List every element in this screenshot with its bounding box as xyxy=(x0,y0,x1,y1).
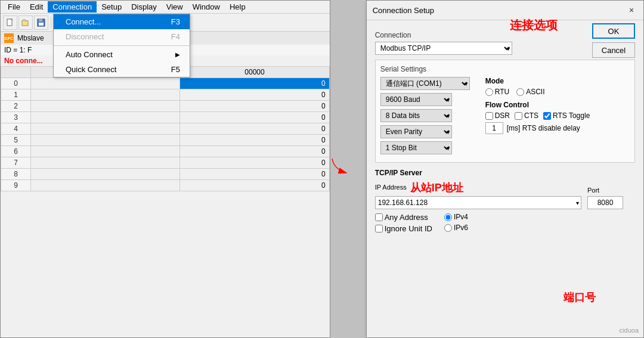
ascii-radio[interactable] xyxy=(516,88,524,96)
data-bits-select[interactable]: 8 Data bits 7 Data bits xyxy=(380,109,452,122)
connection-select[interactable]: Modbus TCP/IP Modbus RTU Modbus ASCII xyxy=(375,42,512,55)
table-row[interactable]: 50 xyxy=(1,135,330,146)
dialog-titlebar: Connection Setup × xyxy=(367,1,643,20)
row-value[interactable]: 0 xyxy=(180,123,329,135)
stop-bit-select[interactable]: 1 Stop Bit 2 Stop Bits xyxy=(380,141,452,154)
menu-file[interactable]: File xyxy=(3,1,25,13)
rtu-label: RTU xyxy=(495,88,509,96)
open-button[interactable] xyxy=(18,15,33,30)
row-value[interactable]: 0 xyxy=(180,135,329,146)
table-row[interactable]: 20 xyxy=(1,101,330,112)
svg-rect-1 xyxy=(22,21,28,26)
ip-port-row: IP Address 从站IP地址 ▾ Port xyxy=(375,181,635,209)
table-row[interactable]: 40 xyxy=(1,123,330,135)
auto-connect-arrow: ▶ xyxy=(175,51,180,58)
ipv6-label: IPv6 xyxy=(454,224,468,232)
ip-input[interactable] xyxy=(375,196,581,209)
port-input[interactable] xyxy=(587,196,623,209)
chinese-port-label: 端口号 xyxy=(564,290,596,305)
row-index: 7 xyxy=(1,157,31,169)
svg-rect-3 xyxy=(39,19,42,21)
menu-connect[interactable]: Connect... F3 xyxy=(54,14,190,29)
row-alias xyxy=(31,101,180,112)
menu-window[interactable]: Window xyxy=(188,1,225,13)
cts-checkbox[interactable] xyxy=(515,112,522,120)
com-select[interactable]: 通信端口 (COM1) xyxy=(380,77,470,90)
baud-select-wrapper: 9600 Baud 19200 Baud 38400 Baud 115200 B… xyxy=(380,93,452,106)
row-alias xyxy=(31,89,180,101)
menu-display[interactable]: Display xyxy=(126,1,162,13)
ascii-radio-item[interactable]: ASCII xyxy=(516,88,544,96)
row-value[interactable]: 0 xyxy=(180,180,329,191)
ok-button[interactable]: OK xyxy=(592,23,635,39)
dsr-checkbox-item[interactable]: DSR xyxy=(485,111,510,120)
app-window: File Edit Connection Setup Display View … xyxy=(0,0,330,338)
cts-label: CTS xyxy=(524,111,538,120)
ipv4-radio[interactable] xyxy=(444,213,452,221)
ipv4-radio-item[interactable]: IPv4 xyxy=(444,213,468,221)
com-select-wrapper: 通信端口 (COM1) ▾ xyxy=(380,77,470,90)
connect-label: Connect... xyxy=(66,17,101,26)
menu-view[interactable]: View xyxy=(162,1,188,13)
parity-select[interactable]: Even Parity None Odd Parity xyxy=(380,125,452,138)
row-value[interactable]: 0 xyxy=(180,146,329,157)
rtu-radio-item[interactable]: RTU xyxy=(485,88,509,96)
serial-right-col: Mode RTU ASCII xyxy=(485,77,630,157)
table-row[interactable]: 00 xyxy=(1,78,330,89)
cancel-button[interactable]: Cancel xyxy=(592,42,635,58)
rts-toggle-checkbox-item[interactable]: RTS Toggle xyxy=(543,111,590,120)
row-value[interactable]: 0 xyxy=(180,157,329,169)
red-arrow-icon xyxy=(330,145,348,193)
chinese-title-label: 连接选项 xyxy=(510,17,558,33)
row-value[interactable]: 0 xyxy=(180,101,329,112)
ignore-unit-checkbox[interactable] xyxy=(375,225,383,232)
table-row[interactable]: 10 xyxy=(1,89,330,101)
cts-checkbox-item[interactable]: CTS xyxy=(515,111,538,120)
delay-input[interactable] xyxy=(485,122,503,134)
table-row[interactable]: 90 xyxy=(1,180,330,191)
ipv6-radio[interactable] xyxy=(444,224,452,232)
any-address-checkbox-item[interactable]: Any Address xyxy=(375,213,432,222)
menu-quick-connect[interactable]: Quick Connect F5 xyxy=(54,62,190,77)
parity-group: Even Parity None Odd Parity ▾ xyxy=(380,125,476,138)
dsr-checkbox[interactable] xyxy=(485,112,493,120)
row-value[interactable]: 0 xyxy=(180,78,329,89)
any-address-checkbox[interactable] xyxy=(375,213,383,221)
table-row[interactable]: 30 xyxy=(1,112,330,123)
menu-help[interactable]: Help xyxy=(225,1,250,13)
watermark-label: ciduoa xyxy=(620,327,639,334)
ipv6-radio-item[interactable]: IPv6 xyxy=(444,224,468,232)
address-checkboxes: Any Address Ignore Unit ID xyxy=(375,213,432,233)
menu-auto-connect[interactable]: Auto Connect ▶ xyxy=(54,47,190,62)
ip-label-row: IP Address 从站IP地址 xyxy=(375,181,581,195)
table-row[interactable]: 80 xyxy=(1,169,330,180)
serial-left-col: 通信端口 (COM1) ▾ 9600 Baud 19200 Baud 38400… xyxy=(380,77,476,157)
row-alias xyxy=(31,135,180,146)
arrow-container xyxy=(330,0,348,338)
menu-edit[interactable]: Edit xyxy=(25,1,48,13)
save-button[interactable] xyxy=(34,15,48,30)
close-button[interactable]: × xyxy=(626,4,637,16)
ignore-unit-checkbox-item[interactable]: Ignore Unit ID xyxy=(375,224,432,233)
rtu-radio[interactable] xyxy=(485,88,493,96)
slave-id: ID = 1: F xyxy=(4,46,32,54)
rts-toggle-label: RTS Toggle xyxy=(553,111,590,120)
connection-select-wrapper: Modbus TCP/IP Modbus RTU Modbus ASCII ▾ xyxy=(375,42,512,55)
data-table: Alias 00000 00102030405060708090 xyxy=(1,66,330,191)
mode-label: Mode xyxy=(485,77,630,85)
menu-setup[interactable]: Setup xyxy=(97,1,126,13)
serial-settings-two-col: 通信端口 (COM1) ▾ 9600 Baud 19200 Baud 38400… xyxy=(380,77,630,157)
table-row[interactable]: 70 xyxy=(1,157,330,169)
baud-select[interactable]: 9600 Baud 19200 Baud 38400 Baud 115200 B… xyxy=(380,93,452,106)
table-row[interactable]: 60 xyxy=(1,146,330,157)
new-button[interactable] xyxy=(3,15,17,30)
row-value[interactable]: 0 xyxy=(180,169,329,180)
menu-connection[interactable]: Connection xyxy=(48,1,97,13)
ip-version-radios: IPv4 IPv6 xyxy=(444,213,468,233)
row-value[interactable]: 0 xyxy=(180,112,329,123)
row-value[interactable]: 0 xyxy=(180,89,329,101)
connection-setup-dialog: Connection Setup × 连接选项 OK Cancel Connec… xyxy=(366,0,644,338)
rts-toggle-checkbox[interactable] xyxy=(543,112,551,120)
row-index: 8 xyxy=(1,169,31,180)
ascii-label: ASCII xyxy=(526,88,544,96)
